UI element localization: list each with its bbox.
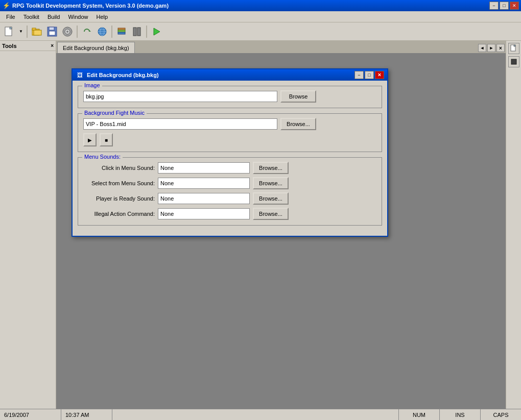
svg-rect-20 xyxy=(133,28,136,36)
svg-marker-22 xyxy=(154,28,160,35)
image-input[interactable] xyxy=(83,91,277,102)
edit-background-dialog: 🖼 Edit Background (bkg.bkg) − □ ✕ Image xyxy=(72,68,388,237)
svg-rect-7 xyxy=(49,31,55,35)
menu-help[interactable]: Help xyxy=(92,13,112,21)
status-ins: INS xyxy=(439,409,480,420)
sound-browse-button-1[interactable]: Browse... xyxy=(253,177,289,189)
modal-title-bar: 🖼 Edit Background (bkg.bkg) − □ ✕ xyxy=(73,69,387,81)
menu-bar: File Toolkit Build Window Help xyxy=(0,11,521,22)
menu-toolkit[interactable]: Toolkit xyxy=(19,13,43,21)
svg-rect-6 xyxy=(49,27,54,30)
svg-rect-25 xyxy=(511,59,516,64)
music-row: Browse... xyxy=(83,118,376,130)
tools-panel: Tools × xyxy=(0,41,56,409)
stop-button[interactable]: ■ xyxy=(100,133,113,146)
minimize-button[interactable]: − xyxy=(489,2,499,10)
toolbar-new-button[interactable] xyxy=(2,24,16,39)
sound-input-3[interactable] xyxy=(158,208,250,219)
sound-row-0: Click in Menu Sound: Browse... xyxy=(83,162,376,174)
toolbar-separator-2 xyxy=(77,26,78,38)
sound-label-1: Select from Menu Sound: xyxy=(83,180,155,186)
sound-input-0[interactable] xyxy=(158,162,250,174)
music-field-group: Background Fight Music Browse... ▶ xyxy=(78,113,382,152)
status-caps: CAPS xyxy=(480,409,521,420)
sound-browse-button-0[interactable]: Browse... xyxy=(253,162,289,174)
maximize-button[interactable]: □ xyxy=(500,2,509,10)
image-group-label: Image xyxy=(82,82,102,88)
title-bar-buttons: − □ ✕ xyxy=(489,2,519,10)
toolbar-tool2-button[interactable] xyxy=(130,24,144,39)
media-controls-row: ▶ ■ xyxy=(83,133,376,146)
toolbar-save-button[interactable] xyxy=(45,24,59,39)
sounds-field-group: Menu Sounds: Click in Menu Sound: Browse… xyxy=(78,157,382,226)
tab-edit-background[interactable]: Edit Background (bkg.bkg) xyxy=(57,42,135,53)
svg-point-10 xyxy=(66,31,68,33)
right-panel xyxy=(506,41,521,409)
toolbar-open-button[interactable] xyxy=(30,24,44,39)
status-num: NUM xyxy=(398,409,439,420)
svg-rect-18 xyxy=(118,30,125,32)
toolbar-separator-3 xyxy=(111,26,112,38)
modal-title: Edit Background (bkg.bkg) xyxy=(87,72,354,78)
play-button[interactable]: ▶ xyxy=(83,133,97,146)
menu-file[interactable]: File xyxy=(2,13,19,21)
sound-browse-button-2[interactable]: Browse... xyxy=(253,192,289,205)
tools-close-button[interactable]: × xyxy=(51,43,54,48)
image-field-group: Image Browse xyxy=(78,86,382,108)
toolbar-play-button[interactable] xyxy=(149,24,163,39)
tab-content: 🖼 Edit Background (bkg.bkg) − □ ✕ Image xyxy=(56,53,506,359)
music-input[interactable] xyxy=(83,118,277,130)
modal-maximize-button[interactable]: □ xyxy=(365,71,374,79)
toolbar-tool1-button[interactable] xyxy=(114,24,129,39)
main-area: Tools × Edit Background (bkg.bkg) ◄ ► × xyxy=(0,41,521,409)
status-date: 6/19/2007 xyxy=(0,409,61,420)
content-area: Edit Background (bkg.bkg) ◄ ► × 🖼 Edit B… xyxy=(56,41,506,409)
tab-bar: Edit Background (bkg.bkg) ◄ ► × xyxy=(56,41,506,53)
music-browse-button[interactable]: Browse... xyxy=(280,118,316,130)
svg-rect-19 xyxy=(118,32,125,34)
image-browse-button[interactable]: Browse xyxy=(280,90,316,103)
toolbar-separator-1 xyxy=(27,26,28,38)
tools-header: Tools × xyxy=(0,41,56,51)
sound-browse-button-3[interactable]: Browse... xyxy=(253,208,289,220)
toolbar-globe-button[interactable] xyxy=(95,24,109,39)
sound-input-1[interactable] xyxy=(158,178,250,189)
sound-label-0: Click in Menu Sound: xyxy=(83,165,155,171)
right-panel-btn-1[interactable] xyxy=(508,43,519,54)
title-bar: ⚡ RPG Toolkit Development System, Versio… xyxy=(0,0,521,11)
svg-rect-4 xyxy=(34,30,41,35)
app-icon: ⚡ xyxy=(2,2,10,10)
tab-next-button[interactable]: ► xyxy=(487,44,495,52)
status-bar: 6/19/2007 10:37 AM NUM INS CAPS xyxy=(0,409,521,420)
toolbar-disk-button[interactable] xyxy=(60,24,75,39)
tools-title: Tools xyxy=(2,43,17,49)
sound-row-2: Player is Ready Sound: Browse... xyxy=(83,192,376,205)
right-panel-btn-2[interactable] xyxy=(508,56,519,67)
close-button[interactable]: ✕ xyxy=(510,2,519,10)
menu-window[interactable]: Window xyxy=(64,13,92,21)
sounds-group-label: Menu Sounds: xyxy=(82,154,123,160)
toolbar-dropdown-button[interactable]: ▼ xyxy=(17,24,25,39)
image-row: Browse xyxy=(83,90,376,103)
modal-close-button[interactable]: ✕ xyxy=(375,71,384,79)
tab-close-button[interactable]: × xyxy=(496,44,505,52)
sound-row-3: Illegal Action Command: Browse... xyxy=(83,208,376,220)
menu-build[interactable]: Build xyxy=(43,13,64,21)
modal-content: Image Browse Background Fight Music xyxy=(73,81,387,236)
sound-input-2[interactable] xyxy=(158,193,250,204)
svg-rect-21 xyxy=(137,28,140,36)
toolbar-separator-4 xyxy=(146,26,147,38)
modal-minimize-button[interactable]: − xyxy=(354,71,364,79)
tab-prev-button[interactable]: ◄ xyxy=(478,44,486,52)
toolbar-refresh-button[interactable] xyxy=(80,24,94,39)
sound-label-3: Illegal Action Command: xyxy=(83,211,155,217)
sound-row-1: Select from Menu Sound: Browse... xyxy=(83,177,376,189)
modal-icon: 🖼 xyxy=(76,71,84,79)
modal-title-buttons: − □ ✕ xyxy=(354,71,384,79)
status-time: 10:37 AM xyxy=(61,409,112,420)
sound-label-2: Player is Ready Sound: xyxy=(83,195,155,202)
app-title: RPG Toolkit Development System, Version … xyxy=(12,3,489,9)
modal-overlay: 🖼 Edit Background (bkg.bkg) − □ ✕ Image xyxy=(56,53,506,359)
svg-rect-3 xyxy=(32,28,36,30)
svg-rect-17 xyxy=(118,28,125,30)
